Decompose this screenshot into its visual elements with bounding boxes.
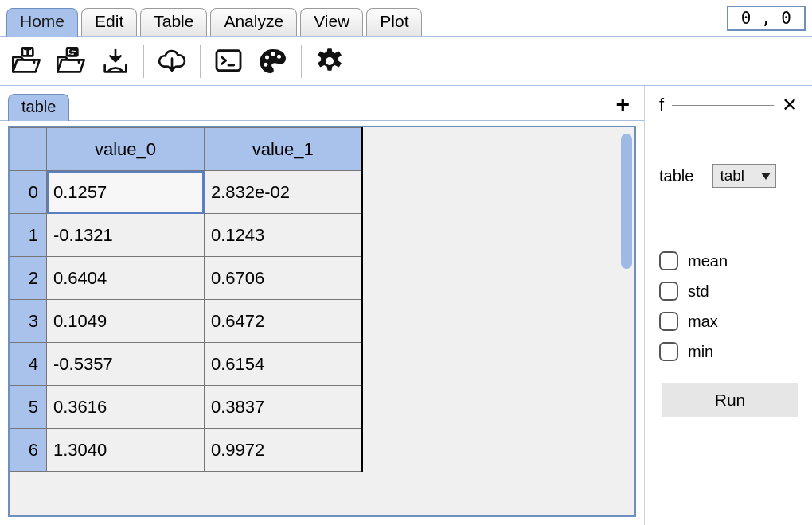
menu-tab-plot[interactable]: Plot: [366, 8, 422, 36]
open-s-icon[interactable]: [53, 43, 89, 80]
menu-tab-edit[interactable]: Edit: [81, 8, 137, 36]
checkbox-label: min: [688, 343, 713, 361]
console-icon[interactable]: [210, 43, 247, 80]
checkbox-icon: [659, 282, 678, 301]
menu-tab-label: Edit: [95, 12, 123, 30]
chevron-down-icon: [761, 173, 771, 180]
table-row: 50.36160.3837: [10, 386, 362, 429]
grid-wrap: value_0 value_1 00.12572.832e-021-0.1321…: [0, 121, 644, 525]
checkbox-icon: [659, 251, 678, 270]
table-select-combo[interactable]: tabl: [712, 164, 776, 188]
menu-tab-table[interactable]: Table: [140, 8, 207, 36]
checkbox-label: mean: [688, 252, 728, 270]
toolbar-separator: [143, 45, 144, 78]
svg-point-6: [264, 62, 267, 66]
menu-bar: Home Edit Table Analyze View Plot 0 , 0: [0, 0, 812, 37]
menu-tab-label: Table: [154, 12, 193, 30]
main-area: table + value_0 value_1 00.12572.832e-02…: [0, 86, 812, 525]
toolbar: [0, 37, 812, 86]
table-tab[interactable]: table: [8, 94, 69, 121]
panel-f-label: f: [659, 95, 664, 115]
stat-checkboxes: mean std max min: [659, 251, 798, 361]
run-button-label: Run: [715, 391, 746, 409]
side-panel-underline: [672, 105, 774, 106]
table-tab-label: table: [21, 98, 56, 115]
table-cell[interactable]: 0.3837: [205, 386, 362, 429]
checkbox-label: std: [688, 282, 709, 301]
checkbox-mean[interactable]: mean: [659, 251, 798, 270]
svg-point-5: [277, 54, 281, 58]
menu-tab-label: Plot: [380, 12, 408, 30]
table-cell[interactable]: 0.6154: [205, 343, 362, 386]
table-cell[interactable]: 0.1049: [47, 300, 205, 343]
table-select-label: table: [659, 167, 693, 185]
menu-tab-analyze[interactable]: Analyze: [210, 8, 297, 36]
menu-tab-home[interactable]: Home: [6, 8, 78, 37]
row-header[interactable]: 6: [10, 429, 47, 472]
menu-tab-label: Analyze: [224, 12, 283, 30]
row-header[interactable]: 5: [10, 386, 47, 429]
toolbar-separator: [200, 45, 201, 78]
run-button[interactable]: Run: [662, 383, 798, 417]
table-cell[interactable]: 0.3616: [47, 386, 205, 429]
cloud-download-icon[interactable]: [154, 43, 190, 80]
menu-tab-view[interactable]: View: [300, 8, 363, 36]
table-cell[interactable]: 0.1243: [205, 214, 362, 257]
table-row: 4-0.53570.6154: [10, 343, 362, 386]
table-cell[interactable]: 0.6404: [47, 257, 205, 300]
table-cell[interactable]: 1.3040: [47, 429, 205, 472]
checkbox-max[interactable]: max: [659, 312, 798, 331]
gear-icon[interactable]: [311, 43, 348, 80]
table-select-value: tabl: [720, 167, 744, 185]
row-header[interactable]: 3: [10, 300, 47, 343]
svg-point-3: [265, 55, 269, 59]
vertical-scrollbar-thumb[interactable]: [621, 134, 632, 269]
cell-coordinate-display: 0 , 0: [727, 6, 806, 31]
table-cell[interactable]: 2.832e-02: [205, 171, 362, 214]
checkbox-icon: [659, 312, 678, 331]
menu-tab-label: Home: [20, 12, 64, 30]
table-cell[interactable]: 0.9972: [205, 429, 362, 472]
table-row: 00.12572.832e-02: [10, 171, 362, 214]
row-header[interactable]: 1: [10, 214, 47, 257]
table-corner[interactable]: [10, 128, 47, 171]
palette-icon[interactable]: [255, 43, 291, 80]
row-header[interactable]: 0: [10, 171, 47, 214]
close-icon[interactable]: ✕: [782, 94, 798, 116]
checkbox-icon: [659, 342, 678, 361]
side-panel: f ✕ table tabl mean std max: [645, 86, 812, 525]
checkbox-label: max: [688, 313, 718, 331]
table-cell[interactable]: 0.1257: [47, 171, 205, 214]
row-header[interactable]: 2: [10, 257, 47, 300]
table-row: 30.10490.6472: [10, 300, 362, 343]
checkbox-min[interactable]: min: [659, 342, 798, 361]
add-table-tab-button[interactable]: +: [615, 91, 630, 121]
table-pane: table + value_0 value_1 00.12572.832e-02…: [0, 86, 645, 525]
column-header[interactable]: value_1: [205, 128, 362, 171]
column-header[interactable]: value_0: [47, 128, 205, 171]
import-icon[interactable]: [97, 43, 134, 80]
table-row: 1-0.13210.1243: [10, 214, 362, 257]
side-panel-header: f ✕: [659, 94, 798, 116]
table-cell[interactable]: -0.5357: [47, 343, 205, 386]
checkbox-std[interactable]: std: [659, 282, 798, 301]
table-cell[interactable]: -0.1321: [47, 214, 205, 257]
grid-viewport[interactable]: value_0 value_1 00.12572.832e-021-0.1321…: [8, 126, 636, 517]
menu-tab-label: View: [314, 12, 349, 30]
table-select-row: table tabl: [659, 164, 798, 188]
toolbar-separator: [301, 45, 302, 78]
svg-point-7: [326, 57, 334, 65]
table-row: 20.64040.6706: [10, 257, 362, 300]
table-row: 61.30400.9972: [10, 429, 362, 472]
open-t-icon[interactable]: [8, 43, 45, 80]
svg-point-4: [271, 52, 275, 56]
row-header[interactable]: 4: [10, 343, 47, 386]
table-cell[interactable]: 0.6706: [205, 257, 362, 300]
svg-rect-2: [217, 50, 240, 70]
data-table: value_0 value_1 00.12572.832e-021-0.1321…: [10, 127, 363, 472]
table-tab-bar: table +: [0, 86, 644, 121]
table-cell[interactable]: 0.6472: [205, 300, 362, 343]
